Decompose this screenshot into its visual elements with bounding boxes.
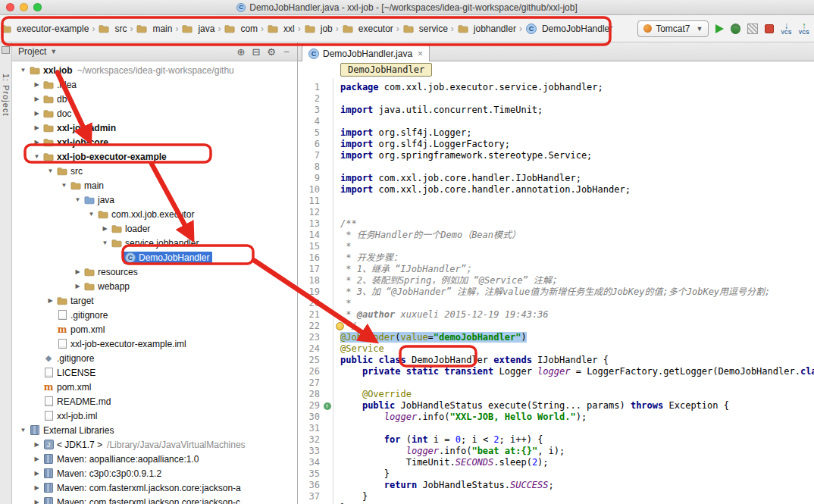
zoom-window-icon[interactable] [33, 3, 42, 11]
breadcrumb-item[interactable]: com [222, 22, 259, 36]
expand-icon[interactable]: ▶ [32, 441, 42, 448]
gutter-line[interactable]: 12 [298, 207, 333, 218]
expand-icon[interactable]: ▶ [100, 225, 110, 232]
breadcrumb-item[interactable]: jobhandler [456, 22, 518, 36]
breadcrumb-item[interactable]: executor [340, 22, 395, 36]
code-line[interactable]: private static transient Logger logger =… [340, 366, 814, 377]
gutter-line[interactable]: 33 [298, 446, 333, 457]
tree-item[interactable]: ▼xxl-job-executor-example [12, 149, 297, 164]
tree-item[interactable]: CDemoJobHandler [12, 250, 297, 265]
gutter-line[interactable]: 7 [298, 150, 333, 161]
code-line[interactable]: */ [340, 321, 814, 332]
gutter-line[interactable]: 24 [298, 343, 333, 355]
collapse-all-icon[interactable]: ⊟ [249, 46, 264, 58]
collapse-icon[interactable]: ▼ [18, 427, 28, 434]
project-panel-title[interactable]: Project [18, 46, 46, 57]
tree-item[interactable]: ▶Maven: com.fasterxml.jackson.core:jacks… [12, 481, 297, 495]
code-line[interactable]: * 任务Handler的一个Demo（Bean模式） [340, 230, 814, 241]
code-line[interactable]: return JobHandleStatus.SUCCESS; [340, 480, 814, 491]
tree-item[interactable]: ▼service.jobhandler [12, 236, 297, 250]
gutter-line[interactable]: 25 [298, 355, 333, 366]
gutter-line[interactable]: 31 [298, 423, 333, 434]
gutter-line[interactable]: 28 [298, 389, 333, 400]
tree-item[interactable]: README.md [12, 394, 297, 409]
editor-breadcrumb-tag[interactable]: DemoJobHandler [340, 63, 432, 77]
hide-panel-icon[interactable]: ⎯ [279, 45, 294, 58]
gutter-line[interactable]: 23 [298, 332, 333, 343]
gutter-line[interactable]: 6 [298, 139, 333, 150]
tree-item[interactable]: ▶.idea [12, 77, 297, 92]
code-line[interactable]: import org.springframework.stereotype.Se… [340, 150, 814, 161]
debug-button[interactable] [731, 23, 740, 34]
tree-item[interactable]: ◆.gitignore [12, 351, 297, 365]
editor-tab[interactable]: C DemoJobHandler.java × [302, 45, 430, 61]
code-line[interactable]: * 3、加 “@JobHander” 注解，注解value值为新增任务生成的Jo… [340, 286, 814, 298]
gutter-line[interactable]: 18 [298, 275, 333, 286]
tree-item[interactable]: ▼java [12, 193, 297, 207]
gutter-line[interactable]: 4 [298, 116, 333, 127]
tree-item[interactable]: ▼src [12, 164, 297, 178]
code-line[interactable]: /** [340, 218, 814, 230]
code-line[interactable]: * 开发步骤： [340, 252, 814, 264]
tree-item[interactable]: ▶xxl-job-admin [12, 121, 297, 135]
gutter-line[interactable]: 35 [298, 468, 333, 480]
breadcrumb-item[interactable]: java [180, 22, 216, 36]
tree-item[interactable]: .gitignore [12, 308, 297, 322]
tree-item[interactable]: ▶target [12, 293, 297, 308]
code-line[interactable] [340, 423, 814, 434]
code-line[interactable]: * [340, 241, 814, 252]
code-line[interactable]: TimeUnit.SECONDS.sleep(2); [340, 457, 814, 468]
gutter-line[interactable]: 26 [298, 366, 333, 377]
tree-item[interactable]: ▶J< JDK1.7 >/Library/Java/JavaVirtualMac… [12, 437, 297, 452]
vcs-commit-button[interactable]: ↑ VCS [799, 21, 809, 36]
breadcrumb-item[interactable]: CDemoJobHandler [524, 22, 614, 36]
code-line[interactable] [340, 93, 814, 105]
tree-item[interactable]: ▶loader [12, 221, 297, 236]
locate-icon[interactable]: ⊕ [233, 46, 249, 58]
code-line[interactable]: } [340, 491, 814, 502]
code-line[interactable]: for (int i = 0; i < 2; i++) { [340, 434, 814, 446]
gutter-line[interactable]: 2 [298, 93, 333, 105]
breadcrumb-item[interactable]: src [96, 22, 128, 36]
expand-icon[interactable]: ▶ [32, 110, 42, 117]
expand-icon[interactable]: ▶ [32, 499, 42, 504]
gutter-line[interactable]: 8 [298, 161, 333, 173]
tree-item[interactable]: ▼main [12, 178, 297, 193]
tree-item[interactable]: ▶Maven: com.fasterxml.jackson.core:jacks… [12, 495, 297, 504]
code-line[interactable]: @Service [340, 343, 814, 355]
collapse-icon[interactable]: ▼ [59, 182, 69, 189]
code-line[interactable]: import org.slf4j.LoggerFactory; [340, 139, 814, 150]
coverage-button[interactable] [747, 23, 758, 34]
gutter-line[interactable]: 5 [298, 127, 333, 139]
code-line[interactable]: @JobHander(value="demoJobHandler") [340, 332, 814, 343]
gutter-line[interactable]: 19 [298, 286, 333, 298]
code-line[interactable]: * 1、继承 “IJobHandler”； [340, 264, 814, 275]
code-line[interactable] [340, 377, 814, 389]
project-stripe-button[interactable]: 1: Project [2, 74, 11, 116]
gutter-line[interactable]: 11 [298, 196, 333, 207]
code-line[interactable] [340, 116, 814, 127]
tree-item[interactable]: ▶webapp [12, 279, 297, 293]
expand-icon[interactable]: ▶ [45, 297, 55, 304]
vcs-update-button[interactable]: ↓ VCS [781, 21, 791, 36]
code-line[interactable]: * 2、装配到Spring，例如加 “@Service” 注解； [340, 275, 814, 286]
tree-item[interactable]: mpom.xml [12, 322, 297, 337]
code-line[interactable]: * @author xuxueli 2015-12-19 19:43:36 [340, 309, 814, 321]
gutter-line[interactable]: 14 [298, 230, 333, 241]
expand-icon[interactable]: ▶ [73, 283, 83, 290]
code-line[interactable]: public JobHandleStatus execute(String...… [340, 400, 814, 412]
code-line[interactable]: logger.info("beat at:{}", i); [340, 446, 814, 457]
tree-item[interactable]: mpom.xml [12, 380, 297, 394]
tree-item[interactable]: ▼xxl-job~/workspaces/idea-git-workspace/… [12, 63, 297, 77]
override-marker-icon[interactable]: ↑ [324, 402, 331, 410]
expand-icon[interactable]: ▶ [32, 455, 42, 462]
collapse-icon[interactable]: ▼ [32, 153, 42, 160]
code-line[interactable] [340, 161, 814, 173]
tree-item[interactable]: ▼com.xxl.job.executor [12, 207, 297, 221]
close-tab-icon[interactable]: × [418, 49, 423, 59]
code-line[interactable]: import com.xxl.job.core.handler.IJobHand… [340, 173, 814, 184]
gutter-line[interactable]: 30 [298, 412, 333, 423]
gutter-line[interactable]: 29↑ [298, 400, 333, 412]
collapse-icon[interactable]: ▼ [100, 239, 110, 246]
tree-item[interactable]: ▶Maven: c3p0:c3p0:0.9.1.2 [12, 466, 297, 481]
